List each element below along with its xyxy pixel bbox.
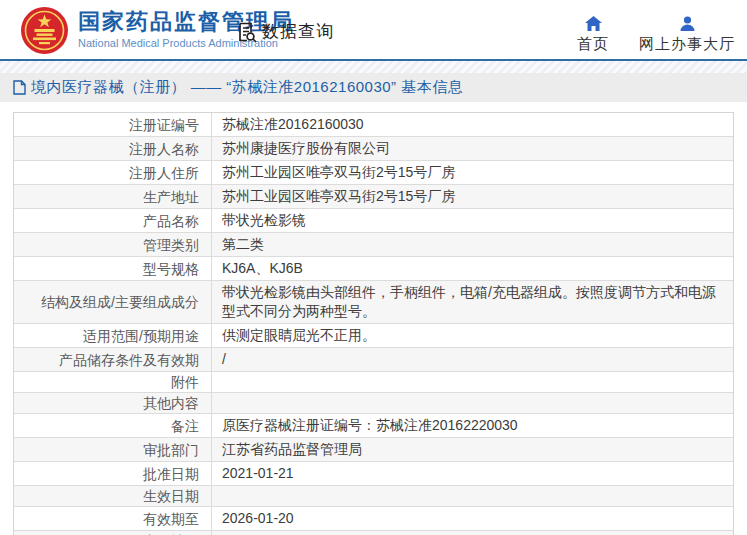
table-row: 备注原医疗器械注册证编号：苏械注准20162220030 [14, 413, 733, 437]
table-row: 附件 [14, 371, 733, 392]
row-value-text: 2026-01-20 [222, 509, 294, 528]
home-icon [585, 16, 602, 31]
row-value: 带状光检影镜 [212, 209, 733, 232]
row-value: / [212, 348, 733, 371]
table-row: 变更情况 [14, 530, 733, 535]
page-title: 境内医疗器械（注册） —— “苏械注准20162160030” 基本信息 [31, 78, 463, 97]
row-label-text: 有效期至 [143, 511, 199, 527]
table-row: 适用范围/预期用途供测定眼睛屈光不正用。 [14, 323, 733, 347]
row-label-text: 其他内容 [143, 395, 199, 411]
row-label: 管理类别 [14, 233, 212, 256]
row-label: 产品名称 [14, 209, 212, 232]
row-value-text: 第二类 [222, 235, 264, 254]
row-label-text: 生效日期 [143, 488, 199, 504]
table-row: 生效日期 [14, 485, 733, 506]
row-label-text: 注册人住所 [129, 165, 199, 181]
row-value [212, 393, 733, 413]
data-query-section[interactable]: 数据查询 [236, 20, 334, 43]
row-value: 苏械注准20162160030 [212, 113, 733, 136]
row-label-text: 型号规格 [143, 261, 199, 277]
page-title-bar: 境内医疗器械（注册） —— “苏械注准20162160030” 基本信息 [0, 73, 747, 102]
row-label: 结构及组成/主要组成成分 [14, 281, 212, 323]
national-emblem-logo [20, 6, 69, 55]
row-value-text: 苏械注准20162160030 [222, 115, 364, 134]
nav-item-label: 首页 [577, 35, 609, 54]
row-label: 批准日期 [14, 462, 212, 485]
row-value [212, 531, 733, 535]
row-value-text: 苏州工业园区唯亭双马街2号15号厂房 [222, 187, 455, 206]
row-value: 2021-01-21 [212, 462, 733, 485]
row-label-text: 附件 [171, 374, 199, 390]
row-value-text: 苏州工业园区唯亭双马街2号15号厂房 [222, 163, 455, 182]
row-label: 注册证编号 [14, 113, 212, 136]
table-row: 产品储存条件及有效期/ [14, 347, 733, 371]
row-value: 供测定眼睛屈光不正用。 [212, 324, 733, 347]
row-value: 原医疗器械注册证编号：苏械注准20162220030 [212, 414, 733, 437]
row-label: 产品储存条件及有效期 [14, 348, 212, 371]
row-value: 江苏省药品监督管理局 [212, 438, 733, 461]
row-label: 生效日期 [14, 486, 212, 506]
row-label-text: 注册人名称 [129, 141, 199, 157]
table-row: 其他内容 [14, 392, 733, 413]
site-header: 国家药品监督管理局 National Medical Products Admi… [0, 0, 747, 61]
row-value: 2026-01-20 [212, 507, 733, 530]
row-label-text: 批准日期 [143, 466, 199, 482]
row-label: 变更情况 [14, 531, 212, 535]
row-value: KJ6A、KJ6B [212, 257, 733, 280]
row-value: 苏州工业园区唯亭双马街2号15号厂房 [212, 161, 733, 184]
nav-item-home[interactable]: 首页 [577, 16, 609, 54]
row-value-text: 带状光检影镜 [222, 211, 306, 230]
data-query-label: 数据查询 [262, 20, 334, 43]
row-label: 备注 [14, 414, 212, 437]
table-row: 生产地址苏州工业园区唯亭双马街2号15号厂房 [14, 184, 733, 208]
row-value-text: KJ6A、KJ6B [222, 259, 303, 278]
row-label-text: 产品储存条件及有效期 [59, 352, 199, 368]
table-row: 管理类别第二类 [14, 232, 733, 256]
row-label-text: 产品名称 [143, 213, 199, 229]
decorative-stripe-band [0, 61, 747, 73]
row-value-text: 江苏省药品监督管理局 [222, 440, 362, 459]
row-label: 有效期至 [14, 507, 212, 530]
row-label-text: 管理类别 [143, 237, 199, 253]
row-value-text: / [222, 350, 226, 369]
table-row: 批准日期2021-01-21 [14, 461, 733, 485]
nav-item-label: 网上办事大厅 [639, 35, 735, 54]
document-search-icon [236, 21, 258, 43]
table-row: 产品名称带状光检影镜 [14, 208, 733, 232]
table-row: 审批部门江苏省药品监督管理局 [14, 437, 733, 461]
row-value-text: 苏州康捷医疗股份有限公司 [222, 139, 390, 158]
main-content: 注册证编号苏械注准20162160030注册人名称苏州康捷医疗股份有限公司注册人… [0, 102, 747, 535]
row-value: 苏州康捷医疗股份有限公司 [212, 137, 733, 160]
row-label: 审批部门 [14, 438, 212, 461]
row-value-text: 供测定眼睛屈光不正用。 [222, 326, 376, 345]
row-value-text: 2021-01-21 [222, 464, 294, 483]
table-row: 结构及组成/主要组成成分带状光检影镜由头部组件，手柄组件，电箱/充电器组成。按照… [14, 280, 733, 323]
row-label: 附件 [14, 372, 212, 392]
row-label-text: 适用范围/预期用途 [83, 328, 199, 344]
table-row: 注册证编号苏械注准20162160030 [14, 113, 733, 136]
row-value: 第二类 [212, 233, 733, 256]
row-label-text: 生产地址 [143, 189, 199, 205]
row-value: 苏州工业园区唯亭双马街2号15号厂房 [212, 185, 733, 208]
page-icon [13, 80, 26, 95]
row-value: 带状光检影镜由头部组件，手柄组件，电箱/充电器组成。按照度调节方式和电源型式不同… [212, 281, 733, 323]
table-row: 注册人名称苏州康捷医疗股份有限公司 [14, 136, 733, 160]
registration-info-table: 注册证编号苏械注准20162160030注册人名称苏州康捷医疗股份有限公司注册人… [13, 112, 734, 535]
table-row: 有效期至2026-01-20 [14, 506, 733, 530]
row-label: 生产地址 [14, 185, 212, 208]
table-row: 型号规格KJ6A、KJ6B [14, 256, 733, 280]
row-label-text: 备注 [171, 418, 199, 434]
table-row: 注册人住所苏州工业园区唯亭双马街2号15号厂房 [14, 160, 733, 184]
row-value [212, 486, 733, 506]
row-label: 适用范围/预期用途 [14, 324, 212, 347]
row-label: 注册人住所 [14, 161, 212, 184]
row-value [212, 372, 733, 392]
row-label-text: 结构及组成/主要组成成分 [41, 294, 199, 310]
row-label-text: 审批部门 [143, 442, 199, 458]
row-label: 注册人名称 [14, 137, 212, 160]
row-value-text: 原医疗器械注册证编号：苏械注准20162220030 [222, 416, 518, 435]
user-icon [680, 16, 695, 31]
nav-item-service-hall[interactable]: 网上办事大厅 [639, 16, 735, 54]
top-nav: 首页 网上办事大厅 [577, 16, 735, 54]
row-value-text: 带状光检影镜由头部组件，手柄组件，电箱/充电器组成。按照度调节方式和电源型式不同… [222, 283, 723, 321]
